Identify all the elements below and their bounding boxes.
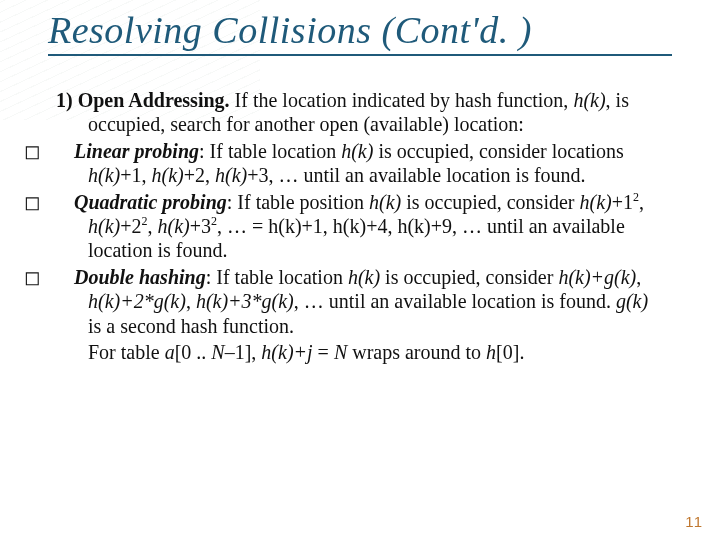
intro-label: 1) Open Addressing. [56,89,230,111]
slide-title: Resolving Collisions (Cont'd. ) [48,8,672,56]
double-hashing-item: ◻Double hashing: If table location h(k) … [56,265,664,338]
double-label: Double hashing [74,266,206,288]
page-number: 11 [685,513,702,530]
square-bullet-icon: ◻ [56,139,74,163]
slide-body: 1) Open Addressing. If the location indi… [56,88,664,366]
square-bullet-icon: ◻ [56,265,74,289]
quadratic-probing-item: ◻Quadratic probing: If table position h(… [56,190,664,263]
intro-paragraph: 1) Open Addressing. If the location indi… [56,88,664,137]
wrap-note: For table a[0 .. N–1], h(k)+j = N wraps … [56,340,664,364]
quad-label: Quadratic probing [74,191,227,213]
slide: Resolving Collisions (Cont'd. ) 1) Open … [0,0,720,540]
square-bullet-icon: ◻ [56,190,74,214]
linear-probing-item: ◻Linear probing: If table location h(k) … [56,139,664,188]
linear-label: Linear probing [74,140,199,162]
